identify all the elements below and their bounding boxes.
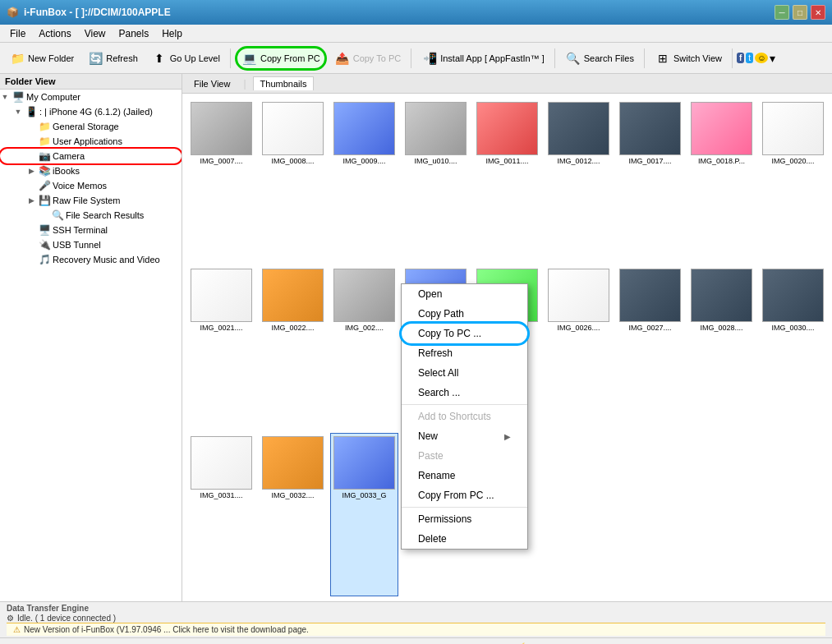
sidebar-item-voice-memos[interactable]: 🎤Voice Memos (0, 178, 182, 193)
menu-panels[interactable]: Panels (113, 26, 156, 41)
copy-to-pc-button[interactable]: 📤 Copy To PC (329, 47, 407, 70)
ctx-item-refresh[interactable]: Refresh (402, 343, 527, 363)
thumb-image-8 (762, 102, 824, 155)
sidebar-item-iphone[interactable]: ▼📱: | iPhone 4G (6.1.2) (Jailed) (0, 104, 182, 119)
thumb-item-10[interactable]: IMG_0022.... (259, 265, 327, 429)
thumb-item-19[interactable]: IMG_0032.... (259, 433, 327, 596)
thumb-item-3[interactable]: IMG_u010.... (402, 99, 470, 262)
thumb-item-18[interactable]: IMG_0031.... (187, 433, 255, 596)
thumb-item-4[interactable]: IMG_0011.... (473, 99, 541, 262)
sidebar: Folder View ▼🖥️My Computer▼📱: | iPhone 4… (0, 74, 182, 601)
ctx-item-select-all[interactable]: Select All (402, 363, 527, 383)
new-folder-button[interactable]: 📁 New Folder (3, 47, 80, 70)
tree-icon-usb-tunnel: 🔌 (38, 239, 51, 251)
sidebar-item-ssh-terminal[interactable]: 🖥️SSH Terminal (0, 223, 182, 237)
title-bar-controls: ─ □ ✕ (775, 5, 825, 20)
thumb-item-8[interactable]: IMG_0020.... (759, 99, 827, 262)
menu-file[interactable]: File (3, 26, 32, 41)
minimize-button[interactable]: ─ (775, 5, 789, 20)
tree-label-raw-fs: Raw File System (53, 196, 121, 205)
expand-icon-raw-fs: ▶ (26, 196, 36, 205)
sidebar-item-user-apps[interactable]: 📁User Applications (0, 134, 182, 149)
menu-actions[interactable]: Actions (32, 26, 77, 41)
tree-label-voice-memos: Voice Memos (53, 181, 107, 191)
sidebar-item-raw-fs[interactable]: ▶💾Raw File System (0, 193, 182, 208)
thumb-image-6 (619, 102, 681, 155)
menu-help[interactable]: Help (155, 26, 189, 41)
ctx-label-permissions: Permissions (418, 513, 471, 525)
thumb-item-11[interactable]: IMG_002.... (330, 265, 398, 429)
thumb-label-0: IMG_0007.... (200, 157, 242, 165)
warning-icon: ⚠ (13, 625, 21, 634)
refresh-icon: 🔄 (87, 50, 103, 67)
tab-thumbnails[interactable]: Thumbnails (253, 76, 315, 90)
thumb-item-17[interactable]: IMG_0030.... (759, 265, 827, 429)
thumb-image-17 (762, 269, 824, 322)
thumb-item-9[interactable]: IMG_0021.... (187, 265, 255, 429)
maximize-button[interactable]: □ (793, 5, 807, 20)
notification-text: New Version of i-FunBox (V1.97.0946 ... … (24, 625, 309, 634)
thumb-item-1[interactable]: IMG_0008.... (259, 99, 327, 262)
tree-label-recovery-music: Recovery Music and Video (53, 255, 160, 264)
thumb-item-5[interactable]: IMG_0012.... (545, 99, 613, 262)
context-menu: OpenCopy PathCopy To PC ...RefreshSelect… (401, 283, 528, 550)
sidebar-item-recovery-music[interactable]: 🎵Recovery Music and Video (0, 252, 182, 267)
close-button[interactable]: ✕ (811, 5, 825, 20)
ctx-label-refresh: Refresh (418, 347, 453, 359)
tab-separator: | (243, 78, 246, 90)
notification-bar[interactable]: ⚠ New Version of i-FunBox (V1.97.0946 ..… (7, 623, 825, 636)
ctx-label-rename: Rename (418, 470, 455, 481)
thumb-item-15[interactable]: IMG_0027.... (616, 265, 684, 429)
tree-icon-my-computer: 🖥️ (11, 91, 25, 103)
search-files-button[interactable]: 🔍 Search Files (559, 47, 640, 70)
status-bar: Ready ⚡ Device Safe Removal 1 Selected /… (0, 637, 832, 644)
ctx-item-copy-from-pc[interactable]: Copy From PC ... (402, 485, 527, 505)
emoji-icon[interactable]: ☺ (755, 53, 768, 63)
ctx-item-search[interactable]: Search ... (402, 383, 527, 402)
ctx-item-rename[interactable]: Rename (402, 466, 527, 485)
copy-from-pc-button[interactable]: 💻 Copy From PC (235, 46, 327, 71)
sidebar-item-ibooks[interactable]: ▶📚iBooks (0, 163, 182, 178)
facebook-icon[interactable]: f (737, 53, 744, 63)
thumb-item-0[interactable]: IMG_0007.... (187, 99, 255, 262)
menu-view[interactable]: View (78, 26, 113, 41)
thumb-image-16 (691, 269, 752, 322)
thumb-item-2[interactable]: IMG_0009.... (330, 99, 398, 262)
ctx-item-new[interactable]: New▶ (402, 426, 527, 446)
ctx-item-delete[interactable]: Delete (402, 529, 527, 549)
transfer-idle-icon: ⚙ (7, 614, 14, 623)
app-icon: 📦 (7, 7, 19, 18)
go-up-button[interactable]: ⬆ Go Up Level (145, 47, 226, 70)
tree-icon-raw-fs: 💾 (38, 195, 51, 206)
tree-label-user-apps: User Applications (53, 136, 122, 146)
ctx-label-new: New (418, 430, 438, 442)
sidebar-tree: ▼🖥️My Computer▼📱: | iPhone 4G (6.1.2) (J… (0, 90, 182, 267)
sidebar-item-my-computer[interactable]: ▼🖥️My Computer (0, 90, 182, 104)
expand-icon-iphone: ▼ (13, 108, 23, 116)
refresh-label: Refresh (106, 53, 138, 63)
sidebar-item-camera[interactable]: 📷Camera (0, 149, 182, 163)
thumb-item-20[interactable]: IMG_0033_G (330, 433, 398, 596)
tab-file-view[interactable]: File View (187, 77, 237, 90)
sidebar-item-usb-tunnel[interactable]: 🔌USB Tunnel (0, 237, 182, 252)
ctx-label-copy-from-pc: Copy From PC ... (418, 490, 494, 501)
sidebar-item-general-storage[interactable]: 📁General Storage (0, 119, 182, 134)
refresh-button[interactable]: 🔄 Refresh (81, 47, 144, 70)
ctx-item-copy-to-pc[interactable]: Copy To PC ... (402, 324, 527, 343)
switch-view-button[interactable]: ⊞ Switch View (649, 47, 728, 70)
thumb-item-14[interactable]: IMG_0026.... (545, 265, 613, 429)
thumb-item-6[interactable]: IMG_0017.... (616, 99, 684, 262)
thumb-item-7[interactable]: IMG_0018.P... (687, 99, 756, 262)
ctx-item-permissions[interactable]: Permissions (402, 509, 527, 529)
ctx-item-open[interactable]: Open (402, 284, 527, 304)
tree-icon-user-apps: 📁 (38, 136, 51, 147)
sidebar-header: Folder View (0, 74, 182, 90)
ctx-item-copy-path[interactable]: Copy Path (402, 304, 527, 324)
thumb-item-16[interactable]: IMG_0028.... (687, 265, 756, 429)
sidebar-item-file-search[interactable]: 🔍File Search Results (0, 208, 182, 223)
install-app-button[interactable]: 📲 Install App [ AppFastIn™ ] (416, 47, 550, 70)
menu-bar: File Actions View Panels Help (0, 25, 832, 43)
thumb-image-2 (333, 102, 395, 155)
twitter-icon[interactable]: t (746, 53, 753, 63)
transfer-area: Data Transfer Engine ⚙ Idle. ( 1 device … (0, 601, 832, 637)
